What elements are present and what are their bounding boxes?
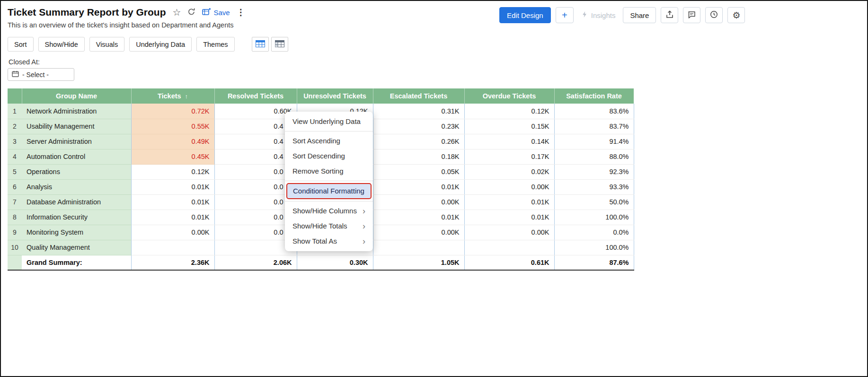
- escalated-tickets-cell[interactable]: 0.26K: [373, 134, 464, 149]
- grand-summary-resolved: 2.06K: [214, 255, 297, 270]
- tickets-cell[interactable]: 0.55K: [131, 119, 214, 134]
- escalated-tickets-cell[interactable]: 0.00K: [373, 194, 464, 210]
- underlying-data-button[interactable]: Underlying Data: [129, 37, 192, 52]
- escalated-tickets-cell[interactable]: 0.01K: [373, 179, 464, 194]
- menu-item-show-hide-columns[interactable]: Show/Hide Columns ›: [285, 203, 373, 219]
- column-header-satisfaction-rate[interactable]: Satisfaction Rate: [554, 88, 634, 104]
- satisfaction-rate-cell[interactable]: 83.6%: [554, 104, 634, 119]
- tickets-cell[interactable]: 0.01K: [131, 210, 214, 225]
- resolved-tickets-cell[interactable]: 0.4: [214, 134, 297, 149]
- tickets-cell[interactable]: 0.12K: [131, 164, 214, 179]
- overdue-tickets-cell[interactable]: 0.14K: [464, 134, 554, 149]
- escalated-tickets-cell[interactable]: 0.01K: [373, 210, 464, 225]
- satisfaction-rate-cell[interactable]: 100.0%: [554, 210, 634, 225]
- overdue-tickets-cell[interactable]: 0.17K: [464, 149, 554, 164]
- menu-item-show-total-as[interactable]: Show Total As ›: [285, 234, 373, 249]
- column-header-overdue-tickets[interactable]: Overdue Tickets: [464, 88, 554, 104]
- overdue-tickets-cell[interactable]: 0.01K: [464, 210, 554, 225]
- menu-item-view-underlying-data[interactable]: View Underlying Data: [285, 114, 373, 129]
- filter-selected-value: - Select -: [22, 71, 49, 79]
- group-name-cell[interactable]: Network Administration: [22, 104, 131, 119]
- group-name-cell[interactable]: Quality Management: [22, 240, 131, 255]
- satisfaction-rate-cell[interactable]: 83.7%: [554, 119, 634, 134]
- menu-item-sort-descending[interactable]: Sort Descending: [285, 149, 373, 164]
- overdue-tickets-cell[interactable]: 0.01K: [464, 194, 554, 210]
- satisfaction-rate-cell[interactable]: 91.4%: [554, 134, 634, 149]
- group-name-cell[interactable]: Server Administration: [22, 134, 131, 149]
- resolved-tickets-cell[interactable]: 0.60K: [214, 104, 297, 119]
- menu-item-sort-ascending[interactable]: Sort Ascending: [285, 133, 373, 149]
- favorite-button[interactable]: ☆: [173, 8, 181, 17]
- save-button[interactable]: Save: [202, 8, 230, 17]
- insights-button[interactable]: Insights: [578, 11, 619, 19]
- tickets-cell[interactable]: 0.01K: [131, 194, 214, 210]
- export-button[interactable]: [661, 7, 678, 23]
- share-button[interactable]: Share: [623, 7, 656, 23]
- overdue-tickets-cell[interactable]: 0.00K: [464, 225, 554, 240]
- column-header-unresolved-tickets[interactable]: Unresolved Tickets: [297, 88, 373, 104]
- resolved-tickets-cell[interactable]: 0.0: [214, 225, 297, 240]
- visuals-button[interactable]: Visuals: [89, 37, 124, 52]
- tickets-cell[interactable]: 0.49K: [131, 134, 214, 149]
- overdue-tickets-cell[interactable]: 0.00K: [464, 179, 554, 194]
- menu-item-remove-sorting[interactable]: Remove Sorting: [285, 164, 373, 179]
- themes-button[interactable]: Themes: [196, 37, 234, 52]
- sort-button[interactable]: Sort: [8, 37, 34, 52]
- group-name-cell[interactable]: Usability Management: [22, 119, 131, 134]
- settings-button[interactable]: ⚙: [727, 7, 745, 23]
- resolved-tickets-cell[interactable]: [214, 240, 297, 255]
- resolved-tickets-cell[interactable]: 0.4: [214, 149, 297, 164]
- group-name-cell[interactable]: Operations: [22, 164, 131, 179]
- column-header-resolved-tickets[interactable]: Resolved Tickets: [214, 88, 297, 104]
- more-options-button[interactable]: ⋮: [237, 8, 245, 17]
- add-button[interactable]: +: [556, 7, 574, 23]
- satisfaction-rate-cell[interactable]: 93.3%: [554, 179, 634, 194]
- tickets-cell[interactable]: [131, 240, 214, 255]
- column-header-tickets[interactable]: Tickets↑: [131, 88, 214, 104]
- resolved-tickets-cell[interactable]: 0.0: [214, 164, 297, 179]
- escalated-tickets-cell[interactable]: 0.05K: [373, 164, 464, 179]
- group-name-cell[interactable]: Automation Control: [22, 149, 131, 164]
- escalated-tickets-cell[interactable]: 0.23K: [373, 119, 464, 134]
- escalated-tickets-cell[interactable]: 0.00K: [373, 225, 464, 240]
- menu-item-conditional-formatting[interactable]: Conditional Formatting: [286, 183, 372, 199]
- satisfaction-rate-cell[interactable]: 50.0%: [554, 194, 634, 210]
- column-header-escalated-tickets[interactable]: Escalated Tickets: [373, 88, 464, 104]
- overdue-tickets-cell[interactable]: 0.12K: [464, 104, 554, 119]
- tickets-cell[interactable]: 0.01K: [131, 179, 214, 194]
- edit-design-button[interactable]: Edit Design: [499, 7, 551, 23]
- page-title: Ticket Summary Report by Group: [8, 7, 166, 18]
- resolved-tickets-cell[interactable]: 0.0: [214, 194, 297, 210]
- satisfaction-rate-cell[interactable]: 0.0%: [554, 225, 634, 240]
- resolved-tickets-cell[interactable]: 0.4: [214, 119, 297, 134]
- tickets-cell[interactable]: 0.45K: [131, 149, 214, 164]
- overdue-tickets-cell[interactable]: [464, 240, 554, 255]
- satisfaction-rate-cell[interactable]: 92.3%: [554, 164, 634, 179]
- comments-button[interactable]: [683, 7, 700, 23]
- escalated-tickets-cell[interactable]: 0.31K: [373, 104, 464, 119]
- group-name-cell[interactable]: Information Security: [22, 210, 131, 225]
- overdue-tickets-cell[interactable]: 0.02K: [464, 164, 554, 179]
- satisfaction-rate-cell[interactable]: 88.0%: [554, 149, 634, 164]
- refresh-button[interactable]: [187, 8, 195, 17]
- history-button[interactable]: [705, 7, 723, 23]
- escalated-tickets-cell[interactable]: [373, 240, 464, 255]
- overdue-tickets-cell[interactable]: 0.15K: [464, 119, 554, 134]
- satisfaction-rate-cell[interactable]: 100.0%: [554, 240, 634, 255]
- group-name-cell[interactable]: Analysis: [22, 179, 131, 194]
- tickets-cell[interactable]: 0.72K: [131, 104, 214, 119]
- table-view-button[interactable]: [252, 37, 269, 52]
- summary-view-button[interactable]: [271, 37, 288, 52]
- column-header-group-name[interactable]: Group Name: [22, 88, 131, 104]
- resolved-tickets-cell[interactable]: 0.0: [214, 210, 297, 225]
- tickets-cell[interactable]: 0.00K: [131, 225, 214, 240]
- show-hide-button[interactable]: Show/Hide: [38, 37, 85, 52]
- header-actions: Edit Design + Insights Share ⚙: [499, 7, 745, 23]
- menu-item-show-hide-totals[interactable]: Show/Hide Totals ›: [285, 219, 373, 234]
- group-name-cell[interactable]: Monitoring System: [22, 225, 131, 240]
- insights-label: Insights: [591, 11, 616, 19]
- escalated-tickets-cell[interactable]: 0.18K: [373, 149, 464, 164]
- closed-at-filter-select[interactable]: - Select -: [8, 68, 74, 81]
- group-name-cell[interactable]: Database Administration: [22, 194, 131, 210]
- resolved-tickets-cell[interactable]: 0.0: [214, 179, 297, 194]
